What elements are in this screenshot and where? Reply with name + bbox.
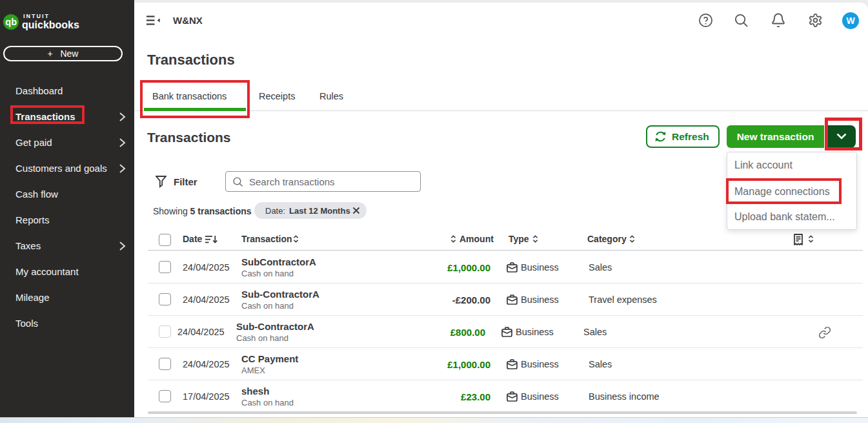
svg-text:qb: qb (5, 17, 17, 27)
